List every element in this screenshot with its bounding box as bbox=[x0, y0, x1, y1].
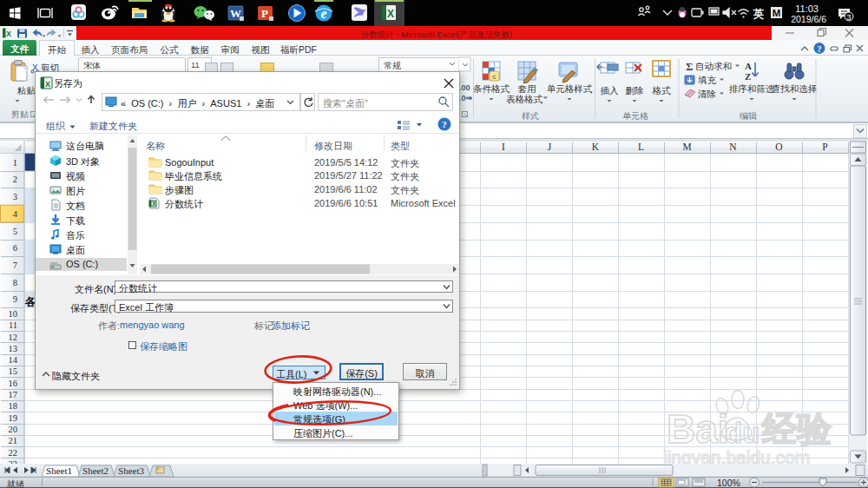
svg-text:10: 10 bbox=[9, 309, 18, 319]
svg-text:100%: 100% bbox=[717, 478, 740, 488]
svg-text:填充: 填充 bbox=[698, 75, 717, 85]
svg-text:单元格样式: 单元格样式 bbox=[547, 83, 593, 94]
svg-text:插入: 插入 bbox=[601, 85, 620, 96]
svg-text:K: K bbox=[592, 142, 600, 152]
svg-text:M: M bbox=[773, 8, 781, 18]
svg-text:18: 18 bbox=[9, 401, 18, 411]
svg-text:编辑: 编辑 bbox=[740, 111, 757, 121]
svg-text:du: du bbox=[725, 417, 760, 449]
svg-text:经验: 经验 bbox=[761, 410, 832, 448]
svg-text:7: 7 bbox=[13, 260, 17, 270]
svg-text:清除: 清除 bbox=[698, 89, 716, 99]
svg-text:11:03: 11:03 bbox=[795, 3, 819, 14]
svg-text:查找和选择: 查找和选择 bbox=[772, 83, 818, 94]
svg-text:Sheet1: Sheet1 bbox=[46, 465, 72, 476]
svg-text:格式: 格式 bbox=[652, 85, 672, 96]
svg-text:≤: ≤ bbox=[492, 73, 496, 81]
svg-text:I: I bbox=[502, 142, 505, 152]
svg-text:17: 17 bbox=[9, 390, 18, 399]
svg-text:X: X bbox=[45, 80, 50, 89]
svg-text:A: A bbox=[745, 61, 752, 71]
svg-text:3: 3 bbox=[846, 12, 851, 22]
svg-text:2019/6/6: 2019/6/6 bbox=[791, 14, 826, 24]
svg-text:1: 1 bbox=[13, 158, 17, 168]
svg-text:22: 22 bbox=[9, 448, 18, 458]
svg-text:样式: 样式 bbox=[522, 111, 539, 121]
svg-text:12: 12 bbox=[9, 333, 18, 342]
svg-text:Sheet3: Sheet3 bbox=[118, 465, 144, 476]
svg-text:6: 6 bbox=[13, 243, 17, 253]
svg-text:e: e bbox=[320, 6, 326, 21]
svg-text:11: 11 bbox=[9, 320, 17, 330]
svg-text:N: N bbox=[729, 142, 737, 152]
svg-text:9: 9 bbox=[13, 294, 17, 304]
svg-text:J: J bbox=[548, 142, 552, 152]
svg-text:2: 2 bbox=[13, 175, 17, 184]
svg-text:?: ? bbox=[818, 44, 822, 54]
svg-text:15: 15 bbox=[9, 366, 18, 376]
svg-text:16: 16 bbox=[9, 379, 18, 388]
svg-text:O: O bbox=[775, 142, 782, 152]
svg-text:.00: .00 bbox=[459, 83, 470, 92]
svg-text:13: 13 bbox=[9, 344, 18, 353]
svg-text:单元格: 单元格 bbox=[622, 111, 648, 121]
svg-text:剪贴: 剪贴 bbox=[11, 109, 29, 119]
svg-text:X: X bbox=[152, 201, 156, 207]
svg-text:X: X bbox=[6, 30, 11, 38]
svg-text:条件格式: 条件格式 bbox=[473, 83, 510, 94]
svg-text:L: L bbox=[638, 142, 644, 152]
svg-text:5: 5 bbox=[13, 227, 17, 236]
svg-text:19: 19 bbox=[9, 413, 18, 423]
svg-text:P: P bbox=[261, 7, 268, 20]
svg-text:套用: 套用 bbox=[518, 83, 536, 94]
svg-text:删除: 删除 bbox=[626, 85, 644, 96]
svg-text:粘贴: 粘贴 bbox=[16, 85, 36, 96]
svg-text:20: 20 bbox=[9, 425, 18, 434]
svg-text:8: 8 bbox=[13, 278, 17, 287]
svg-text:M: M bbox=[682, 142, 691, 152]
svg-text:?: ? bbox=[442, 119, 447, 129]
svg-text:英: 英 bbox=[753, 8, 765, 20]
svg-text:排序和筛选: 排序和筛选 bbox=[729, 83, 775, 94]
svg-text:表格格式: 表格格式 bbox=[506, 94, 543, 104]
svg-text:X: X bbox=[387, 8, 394, 20]
svg-text:Σ: Σ bbox=[686, 60, 694, 73]
svg-text:21: 21 bbox=[9, 436, 18, 445]
svg-text:P: P bbox=[822, 142, 827, 152]
svg-text:14: 14 bbox=[9, 355, 18, 365]
svg-text:自动求和: 自动求和 bbox=[695, 61, 732, 71]
svg-text:4: 4 bbox=[13, 209, 18, 219]
svg-text:Sheet2: Sheet2 bbox=[82, 465, 108, 476]
svg-text:.0⇒: .0⇒ bbox=[459, 94, 473, 102]
svg-text:3: 3 bbox=[13, 192, 17, 201]
